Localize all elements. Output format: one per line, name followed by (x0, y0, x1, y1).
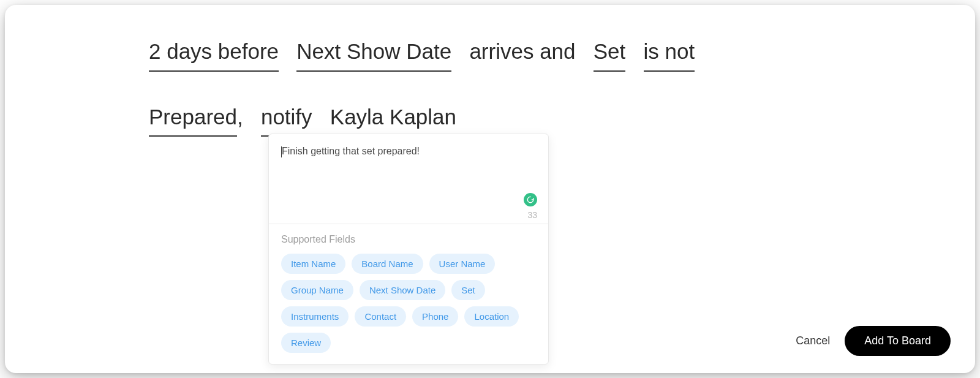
chip-board-name[interactable]: Board Name (352, 254, 423, 274)
chip-instruments[interactable]: Instruments (281, 306, 349, 327)
rule-sentence: 2 days before Next Show Date arrives and… (149, 36, 889, 72)
grammarly-icon (524, 193, 537, 206)
comma: , (237, 101, 243, 134)
chip-item-name[interactable]: Item Name (281, 254, 345, 274)
supported-fields-label: Supported Fields (281, 234, 536, 245)
status-field-token[interactable]: Set (594, 36, 626, 72)
time-offset-token[interactable]: 2 days before (149, 36, 279, 72)
message-textarea[interactable]: Finish getting that set prepared! (281, 145, 536, 157)
status-condition-token[interactable]: is not (644, 36, 695, 72)
message-text-content: Finish getting that set prepared! (282, 146, 420, 156)
rule-sentence-line2: Prepared, notify Kayla Kaplan (149, 101, 889, 137)
chip-location[interactable]: Location (464, 306, 519, 327)
footer-actions: Cancel Add To Board (796, 326, 951, 356)
char-count: 33 (527, 210, 537, 220)
chip-group-name[interactable]: Group Name (281, 280, 353, 300)
connector-arrives-and: arrives and (469, 36, 575, 68)
cancel-button[interactable]: Cancel (796, 335, 830, 347)
date-field-token[interactable]: Next Show Date (296, 36, 451, 72)
chip-phone[interactable]: Phone (412, 306, 458, 327)
add-to-board-button[interactable]: Add To Board (845, 326, 951, 356)
message-textarea-wrapper[interactable]: Finish getting that set prepared! 33 (269, 134, 548, 224)
chips-container: Item Name Board Name User Name Group Nam… (281, 254, 536, 353)
rule-builder-card: 2 days before Next Show Date arrives and… (5, 5, 975, 373)
action-token[interactable]: notify (261, 101, 312, 137)
chip-set[interactable]: Set (451, 280, 485, 300)
recipient-token[interactable]: Kayla Kaplan (330, 101, 456, 137)
chip-user-name[interactable]: User Name (429, 254, 496, 274)
message-popover: Finish getting that set prepared! 33 Sup… (268, 134, 549, 365)
status-value-token[interactable]: Prepared (149, 101, 237, 137)
supported-fields-section: Supported Fields Item Name Board Name Us… (269, 224, 548, 364)
chip-contact[interactable]: Contact (355, 306, 406, 327)
text-caret (281, 146, 282, 157)
chip-next-show-date[interactable]: Next Show Date (360, 280, 445, 300)
chip-review[interactable]: Review (281, 333, 331, 353)
